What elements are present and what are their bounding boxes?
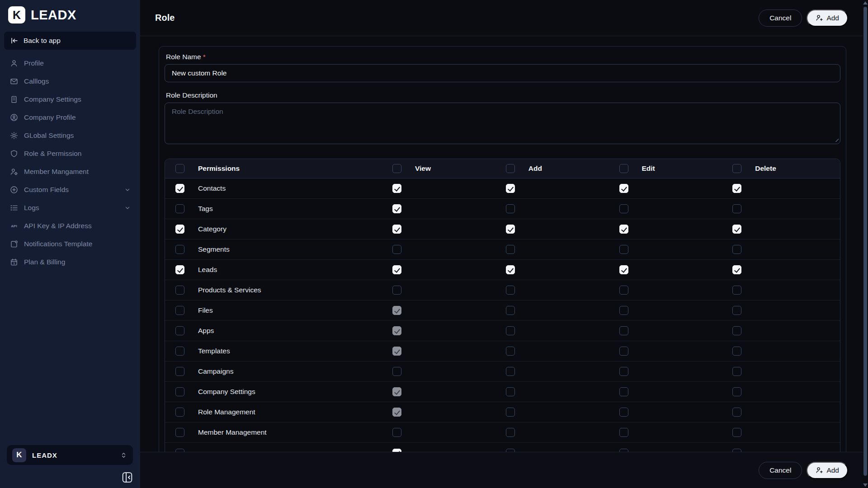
- sidebar-item-back-to-app[interactable]: Back to app: [4, 32, 136, 50]
- row-checkbox[interactable]: [175, 184, 184, 193]
- scroll-down-arrow[interactable]: [863, 483, 868, 487]
- edit-checkbox[interactable]: [619, 225, 628, 234]
- edit-checkbox[interactable]: [619, 265, 628, 274]
- edit-checkbox[interactable]: [619, 286, 628, 295]
- delete-checkbox[interactable]: [732, 367, 741, 376]
- delete-checkbox[interactable]: [732, 347, 741, 356]
- row-checkbox[interactable]: [175, 428, 184, 437]
- row-checkbox[interactable]: [175, 245, 184, 254]
- scroll-up-arrow[interactable]: [863, 1, 868, 5]
- sidebar-item-company-profile[interactable]: Company Profile: [0, 108, 140, 127]
- cancel-button-bottom[interactable]: Cancel: [759, 462, 802, 479]
- view-checkbox[interactable]: [392, 326, 401, 335]
- view-checkbox[interactable]: [392, 428, 401, 437]
- delete-checkbox[interactable]: [732, 265, 741, 274]
- row-checkbox[interactable]: [175, 326, 184, 335]
- edit-checkbox[interactable]: [619, 184, 628, 193]
- sidebar-item-member-mangament[interactable]: Member Mangament: [0, 163, 140, 181]
- add-button-bottom[interactable]: Add: [807, 462, 848, 479]
- add-checkbox[interactable]: [506, 184, 515, 193]
- add-checkbox[interactable]: [506, 245, 515, 254]
- add-checkbox[interactable]: [506, 225, 515, 234]
- view-checkbox[interactable]: [392, 306, 401, 315]
- sidebar-item-notifications-template[interactable]: Notifications Template: [0, 235, 140, 253]
- row-checkbox[interactable]: [175, 225, 184, 234]
- view-checkbox[interactable]: [392, 408, 401, 417]
- add-checkbox[interactable]: [506, 428, 515, 437]
- add-checkbox[interactable]: [506, 265, 515, 274]
- edit-checkbox[interactable]: [619, 347, 628, 356]
- view-checkbox[interactable]: [392, 245, 401, 254]
- add-checkbox[interactable]: [506, 367, 515, 376]
- add-button[interactable]: Add: [807, 9, 848, 27]
- add-checkbox[interactable]: [506, 286, 515, 295]
- delete-checkbox[interactable]: [732, 286, 741, 295]
- delete-checkbox[interactable]: [732, 387, 741, 396]
- row-checkbox[interactable]: [175, 306, 184, 315]
- view-checkbox[interactable]: [392, 367, 401, 376]
- add-checkbox[interactable]: [506, 306, 515, 315]
- sidebar-item-api-key-ip-address[interactable]: API API Key & IP Address: [0, 217, 140, 235]
- sidebar-item-profile[interactable]: Profile: [0, 54, 140, 72]
- select-all-add-checkbox[interactable]: [506, 164, 515, 173]
- view-checkbox[interactable]: [392, 225, 401, 234]
- add-checkbox[interactable]: [506, 408, 515, 417]
- row-checkbox[interactable]: [175, 347, 184, 356]
- sidebar-item-global-settings[interactable]: GLobal Settings: [0, 127, 140, 145]
- sidebar-item-label: Role & Permission: [24, 150, 82, 158]
- delete-checkbox[interactable]: [732, 408, 741, 417]
- delete-checkbox[interactable]: [732, 306, 741, 315]
- row-checkbox[interactable]: [175, 387, 184, 396]
- select-all-checkbox[interactable]: [175, 164, 184, 173]
- delete-checkbox[interactable]: [732, 326, 741, 335]
- edit-checkbox[interactable]: [619, 408, 628, 417]
- vertical-scrollbar[interactable]: [863, 0, 868, 488]
- cancel-button[interactable]: Cancel: [759, 9, 802, 27]
- sidebar-item-calllogs[interactable]: Calllogs: [0, 72, 140, 90]
- edit-checkbox[interactable]: [619, 428, 628, 437]
- add-checkbox[interactable]: [506, 326, 515, 335]
- select-all-delete-checkbox[interactable]: [732, 164, 741, 173]
- delete-checkbox[interactable]: [732, 204, 741, 213]
- row-checkbox[interactable]: [175, 204, 184, 213]
- workspace-switcher[interactable]: K LEADX: [7, 445, 133, 465]
- scrollbar-thumb[interactable]: [863, 7, 867, 476]
- edit-checkbox[interactable]: [619, 367, 628, 376]
- edit-checkbox[interactable]: [619, 387, 628, 396]
- view-checkbox[interactable]: [392, 204, 401, 213]
- row-checkbox[interactable]: [175, 265, 184, 274]
- add-checkbox[interactable]: [506, 347, 515, 356]
- row-checkbox[interactable]: [175, 408, 184, 417]
- permission-name: Products & Services: [198, 286, 261, 294]
- view-checkbox[interactable]: [392, 347, 401, 356]
- role-name-input[interactable]: [165, 64, 840, 82]
- row-checkbox[interactable]: [175, 367, 184, 376]
- add-checkbox[interactable]: [506, 204, 515, 213]
- sidebar-item-plan-billing[interactable]: $ Plan & Billing: [0, 253, 140, 271]
- edit-checkbox[interactable]: [619, 245, 628, 254]
- select-all-edit-checkbox[interactable]: [619, 164, 628, 173]
- sidebar-item-custom-fields[interactable]: Custom Fields: [0, 181, 140, 199]
- delete-checkbox[interactable]: [732, 225, 741, 234]
- page-title: Role: [155, 13, 759, 23]
- view-checkbox[interactable]: [392, 184, 401, 193]
- page-header: Role Cancel Add: [140, 0, 868, 36]
- app-window: K LEADX Back to app Profile Calllogs Com…: [0, 0, 868, 488]
- select-all-view-checkbox[interactable]: [392, 164, 401, 173]
- sidebar-item-company-settings[interactable]: Company Settings: [0, 90, 140, 108]
- view-checkbox[interactable]: [392, 387, 401, 396]
- delete-checkbox[interactable]: [732, 184, 741, 193]
- edit-checkbox[interactable]: [619, 306, 628, 315]
- view-checkbox[interactable]: [392, 265, 401, 274]
- sidebar-item-role-permission[interactable]: Role & Permission: [0, 145, 140, 163]
- view-checkbox[interactable]: [392, 286, 401, 295]
- role-description-input[interactable]: [165, 103, 840, 144]
- sidebar-collapse-button[interactable]: [122, 471, 133, 483]
- row-checkbox[interactable]: [175, 286, 184, 295]
- delete-checkbox[interactable]: [732, 245, 741, 254]
- edit-checkbox[interactable]: [619, 326, 628, 335]
- delete-checkbox[interactable]: [732, 428, 741, 437]
- add-checkbox[interactable]: [506, 387, 515, 396]
- edit-checkbox[interactable]: [619, 204, 628, 213]
- sidebar-item-logs[interactable]: Logs: [0, 199, 140, 217]
